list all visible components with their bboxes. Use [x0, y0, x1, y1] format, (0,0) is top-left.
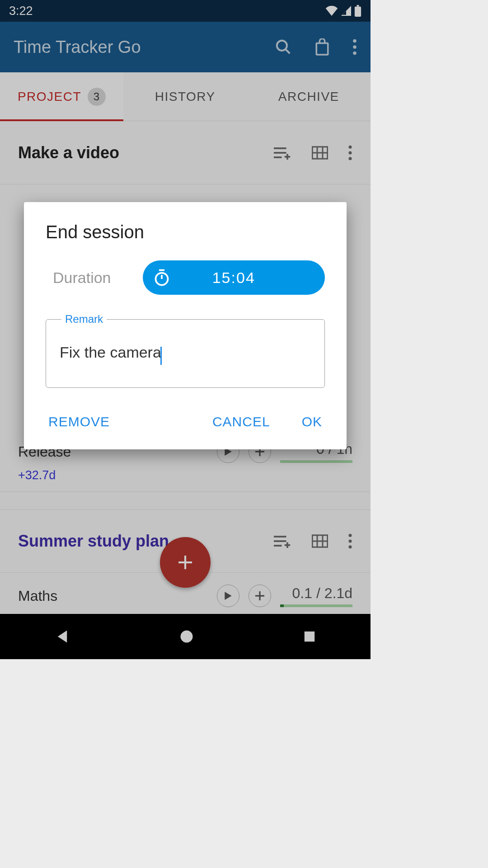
cancel-button[interactable]: CANCEL: [208, 408, 275, 436]
remark-label: Remark: [61, 313, 107, 326]
svg-point-41: [180, 631, 192, 643]
nav-recent-icon[interactable]: [303, 630, 316, 643]
text-cursor: [160, 347, 162, 365]
dialog-title: End session: [24, 222, 347, 260]
duration-row: Duration 15:04: [24, 260, 347, 313]
duration-value: 15:04: [212, 269, 255, 287]
svg-rect-42: [304, 632, 314, 642]
nav-back-icon[interactable]: [55, 629, 70, 644]
remove-button[interactable]: REMOVE: [44, 408, 114, 436]
ok-button[interactable]: OK: [297, 408, 327, 436]
navigation-bar: [0, 614, 371, 659]
duration-chip[interactable]: 15:04: [143, 260, 325, 295]
remark-field[interactable]: Remark Fix the camera: [46, 313, 325, 388]
stopwatch-icon: [154, 269, 170, 287]
dialog-actions: REMOVE CANCEL OK: [24, 401, 347, 440]
remark-input[interactable]: Fix the camera: [60, 344, 161, 361]
nav-home-icon[interactable]: [180, 630, 193, 643]
end-session-dialog: End session Duration 15:04 Remark Fix th…: [24, 202, 347, 449]
duration-label: Duration: [53, 269, 111, 287]
